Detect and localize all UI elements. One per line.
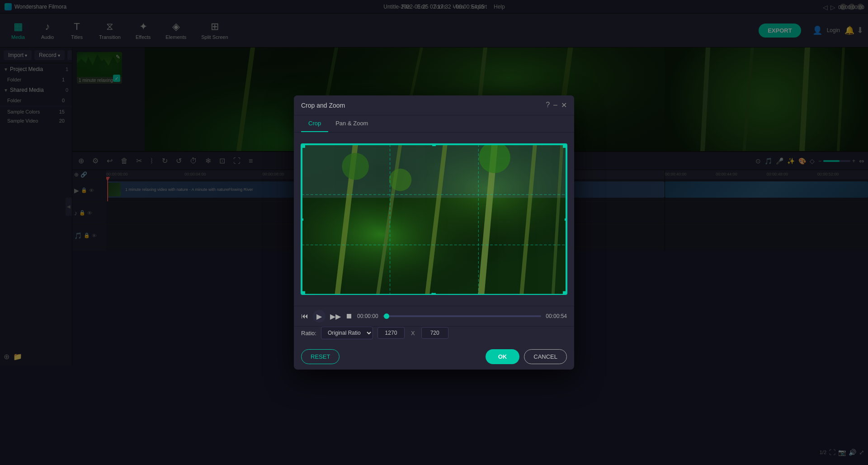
dialog-minimize-icon[interactable]: – [553, 101, 557, 109]
playback-progress-bar[interactable] [383, 315, 542, 317]
height-input[interactable] [421, 327, 448, 339]
dialog-help-icon[interactable]: ? [546, 101, 550, 109]
playback-time-end: 00:00:54 [546, 313, 567, 319]
dialog-preview-container [294, 133, 574, 306]
dialog-playback: ⏮ ▶ ▶▶ ⏹ 00:00:00 00:00:54 [294, 306, 574, 327]
svg-point-27 [389, 169, 412, 191]
play-pause-button[interactable]: ▶ [313, 310, 326, 323]
stop-button[interactable]: ⏹ [345, 312, 353, 320]
step-forward-button[interactable]: ▶▶ [330, 312, 341, 321]
dialog-title: Crop and Zoom [301, 102, 345, 109]
svg-rect-19 [302, 144, 566, 198]
tab-crop[interactable]: Crop [301, 115, 328, 132]
width-input[interactable] [377, 327, 405, 339]
tab-pan-zoom-label: Pan & Zoom [335, 120, 368, 127]
dialog-close-icon[interactable]: ✕ [561, 101, 567, 109]
crop-and-zoom-dialog: Crop and Zoom ? – ✕ Crop Pan & Zoom [294, 95, 574, 370]
svg-point-26 [342, 153, 369, 180]
dialog-header: Crop and Zoom ? – ✕ [294, 95, 574, 115]
tab-crop-label: Crop [308, 120, 321, 127]
dialog-ratio-controls: Ratio: Original Ratio 16:9 4:3 1:1 X [294, 327, 574, 344]
x-separator: X [409, 330, 417, 337]
dialog-header-controls: ? – ✕ [546, 101, 567, 109]
ratio-label: Ratio: [301, 330, 316, 337]
step-back-button[interactable]: ⏮ [301, 312, 308, 320]
dialog-preview[interactable] [301, 143, 567, 295]
cancel-button[interactable]: CANCEL [524, 349, 567, 364]
dialog-footer: RESET OK CANCEL [294, 344, 574, 370]
tab-pan-zoom[interactable]: Pan & Zoom [328, 115, 375, 132]
playback-time-start: 00:00:00 [357, 313, 378, 319]
ratio-select[interactable]: Original Ratio 16:9 4:3 1:1 [321, 327, 373, 339]
dialog-tabs: Crop Pan & Zoom [294, 115, 574, 133]
playback-dot [384, 313, 389, 319]
ok-button[interactable]: OK [486, 349, 520, 364]
reset-button[interactable]: RESET [301, 349, 340, 364]
dialog-action-buttons: OK CANCEL [486, 349, 567, 364]
